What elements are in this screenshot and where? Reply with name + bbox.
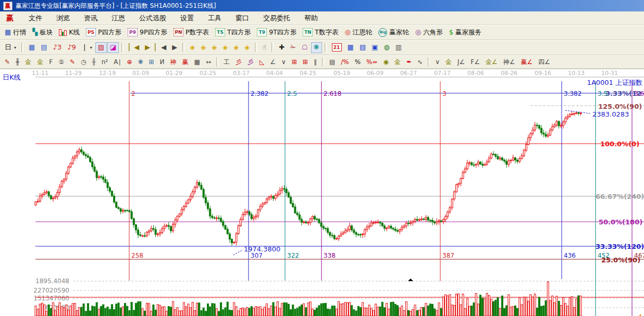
gann-fan-tool-icon: 彡 bbox=[236, 58, 242, 66]
price-grid-arrow-tool[interactable]: ⊞ bbox=[300, 56, 311, 67]
wave-v-tool[interactable]: ∨ bbox=[432, 56, 442, 67]
quote-sheet-button[interactable]: ▤ bbox=[38, 42, 49, 53]
square-number-tool[interactable]: n² bbox=[99, 56, 110, 67]
pan-right-button[interactable]: ◈ bbox=[198, 42, 208, 53]
menu-tools[interactable]: 工具 bbox=[208, 14, 221, 23]
gann-wheel-button[interactable]: ◎江恩轮 bbox=[342, 27, 375, 38]
ninet-square-button[interactable]: T99T四方形 bbox=[254, 27, 299, 38]
first-page-button[interactable]: ▏◀ bbox=[126, 42, 142, 53]
flag-tool-button[interactable]: ☖ bbox=[299, 42, 311, 53]
gold-grid2-tool[interactable]: 金 bbox=[34, 56, 46, 67]
beam-tool[interactable]: 工 bbox=[221, 56, 232, 67]
calculator-button[interactable]: ▦ bbox=[345, 42, 356, 53]
four-angle-tool[interactable]: 四∠ bbox=[536, 56, 553, 67]
price-grid-tool[interactable]: ⊞ bbox=[289, 56, 300, 67]
last-page-button[interactable]: ▶▕ bbox=[142, 42, 158, 53]
time-division-tool[interactable]: ╫ bbox=[13, 56, 22, 67]
gann-pattern-button[interactable]: ▨ bbox=[95, 42, 107, 53]
winner-wheel-button[interactable]: Big赢家轮 bbox=[376, 27, 412, 38]
web-square-tool[interactable]: ⊞ bbox=[146, 56, 157, 67]
wave3-button[interactable]: ♪3 bbox=[51, 42, 65, 53]
zoom-fit-button[interactable]: ◈ bbox=[242, 42, 252, 53]
menu-settings[interactable]: 设置 bbox=[180, 14, 194, 23]
kline-button[interactable]: K线 bbox=[56, 27, 82, 38]
ninep-square-button[interactable]: P99P四方形 bbox=[125, 27, 170, 38]
zoom-in-h-button[interactable]: ◈ bbox=[220, 42, 230, 53]
red-pencil-tool[interactable]: ✎ bbox=[67, 56, 78, 67]
color-histogram-button[interactable]: ◪ bbox=[107, 42, 119, 53]
fibonacci-grid-tool[interactable]: F bbox=[46, 56, 55, 67]
erase-line-button[interactable]: ✁ bbox=[288, 42, 299, 53]
save-button[interactable]: ▣ bbox=[369, 42, 380, 53]
menu-trade[interactable]: 交易委托 bbox=[263, 14, 290, 23]
next-bar-button[interactable]: ▶ bbox=[169, 42, 180, 53]
candle-style-dropdown[interactable]: 日▾ bbox=[2, 42, 19, 53]
winner-service-button[interactable]: $赢家服务 bbox=[447, 27, 484, 38]
zigzag-marks-tool[interactable]: И bbox=[157, 56, 167, 67]
menu-formula-picker[interactable]: 公式选股 bbox=[139, 14, 166, 23]
zigzag-tool[interactable]: ∨ bbox=[279, 56, 289, 67]
ying-box-tool[interactable]: 赢 bbox=[180, 56, 191, 67]
pan-left-button[interactable]: ◈ bbox=[187, 42, 197, 53]
fan-box-tool[interactable]: 彡 bbox=[245, 56, 256, 67]
quotes-button[interactable]: ▦行情 bbox=[2, 27, 29, 38]
stats-table-tool[interactable]: ▤ bbox=[327, 56, 338, 67]
circle-cross-tool[interactable]: ⊕ bbox=[124, 56, 134, 67]
percent-tool[interactable]: % bbox=[352, 56, 363, 67]
zoom-v-button[interactable]: ◈ bbox=[231, 42, 241, 53]
menu-file[interactable]: 文件 bbox=[29, 14, 42, 23]
shen-grid-tool[interactable]: 神 bbox=[168, 56, 179, 67]
menu-browse[interactable]: 浏览 bbox=[56, 14, 70, 23]
menu-window[interactable]: 窗口 bbox=[236, 14, 249, 23]
calendar-button[interactable]: 21 bbox=[329, 42, 344, 53]
f-angle-tool[interactable]: F∠ bbox=[468, 56, 482, 67]
corner-fan-tool[interactable]: ◺ bbox=[257, 56, 267, 67]
andrews-tool[interactable]: A∣ bbox=[111, 56, 123, 67]
hexagon-button[interactable]: ◎六角形 bbox=[413, 27, 445, 38]
span-measure-tool[interactable]: ↔ bbox=[203, 56, 214, 67]
shen-angle-tool[interactable]: 神∠ bbox=[501, 56, 518, 67]
j-angle-tool[interactable]: J∠ bbox=[455, 56, 467, 67]
gold-angle-tool[interactable]: 金 bbox=[443, 56, 454, 67]
time-cycle-tool[interactable]: ◷ bbox=[78, 56, 89, 67]
t-number-table-button[interactable]: TNT数字表 bbox=[300, 27, 341, 38]
bar-style-dropdown[interactable]: ❘▾ bbox=[79, 42, 95, 53]
pencil-tool[interactable]: ✎ bbox=[2, 56, 13, 67]
web-export-button[interactable]: ◍ bbox=[381, 42, 392, 53]
zoom-out-h-button[interactable]: ◈ bbox=[209, 42, 219, 53]
gold-circle-tool[interactable]: ◉ bbox=[381, 56, 391, 67]
parallel-lines-tool[interactable]: ∥ bbox=[311, 56, 319, 67]
gold-line-tool[interactable]: 金 bbox=[392, 56, 403, 67]
p-number-table-button[interactable]: PNP数字表 bbox=[171, 27, 212, 38]
marker-pen-tool[interactable]: ✒ bbox=[404, 56, 414, 67]
spiral-tool[interactable]: ⑤ bbox=[56, 56, 67, 67]
gold-grid-tool[interactable]: 金 bbox=[22, 56, 34, 67]
gold-angle2-tool[interactable]: 金∠ bbox=[483, 56, 500, 67]
wave9-button[interactable]: ♪9 bbox=[65, 42, 79, 53]
wave-channel-tool[interactable]: ∿ bbox=[415, 56, 425, 67]
fan-box-tool-icon: 彡 bbox=[247, 58, 254, 66]
pattern-view-button[interactable]: ▦ bbox=[26, 42, 38, 53]
crosshair-button[interactable]: ✚ bbox=[276, 42, 287, 53]
menu-help[interactable]: 帮助 bbox=[304, 14, 318, 23]
gann-fan-tool[interactable]: 彡 bbox=[233, 56, 244, 67]
calendar-grid-tool[interactable]: ▦ bbox=[192, 56, 203, 67]
kline-chart[interactable]: 11-1111-2912-1901-0901-2902-2503-1704-04… bbox=[0, 69, 644, 316]
prev-bar-button[interactable]: ◀ bbox=[158, 42, 169, 53]
chart-canvas[interactable]: 11-1111-2912-1901-0901-2902-2503-1704-04… bbox=[0, 69, 644, 316]
grid-marks-tool[interactable]: ╫ bbox=[90, 56, 98, 67]
drag-hand-button[interactable]: ☝ bbox=[259, 42, 269, 53]
print-button[interactable]: ▥ bbox=[393, 42, 404, 53]
menu-news[interactable]: 资讯 bbox=[84, 14, 97, 23]
angle-line-tool[interactable]: ∠ bbox=[267, 56, 278, 67]
sectors-button[interactable]: ▚板块 bbox=[30, 27, 55, 38]
percent-line-tool[interactable]: %= bbox=[364, 56, 380, 67]
t-square-button[interactable]: TST四方形 bbox=[213, 27, 253, 38]
percent-slash-tool[interactable]: /% bbox=[338, 56, 351, 67]
menu-gann[interactable]: 江恩 bbox=[112, 14, 125, 23]
p-square-button[interactable]: PSP四方形 bbox=[83, 27, 124, 38]
brain-wheel-button[interactable]: ❋ bbox=[311, 42, 322, 53]
notes-button[interactable]: ▤ bbox=[357, 42, 368, 53]
spider-web-tool[interactable]: ❋ bbox=[135, 56, 145, 67]
ying-angle-tool[interactable]: 赢∠ bbox=[518, 56, 535, 67]
